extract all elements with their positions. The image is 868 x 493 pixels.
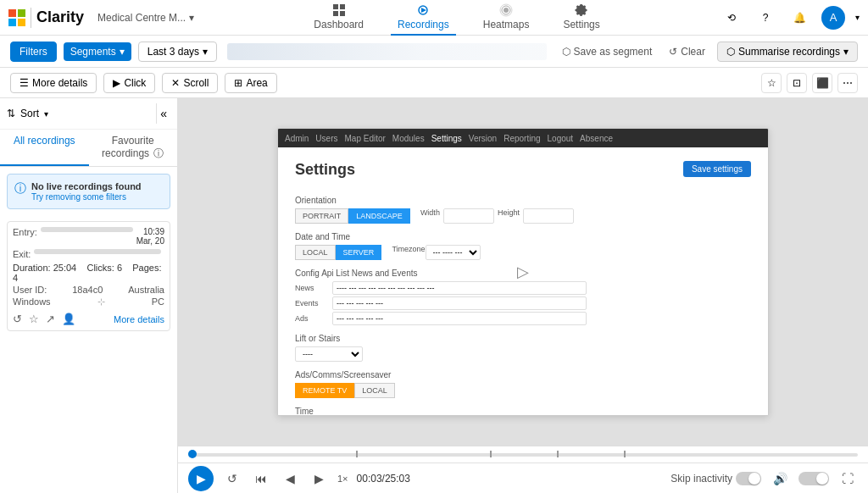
nav-users[interactable]: Users — [315, 134, 337, 143]
nav-map-editor[interactable]: Map Editor — [344, 134, 385, 143]
datetime-label: Date and Time — [295, 232, 751, 241]
mouse-cursor-icon: ⊹ — [97, 296, 105, 307]
summarise-chevron-icon: ▾ — [843, 46, 849, 58]
download-button[interactable]: ⬛ — [812, 73, 832, 93]
server-button[interactable]: SERVER — [336, 245, 382, 260]
nav-dashboard[interactable]: Dashboard — [307, 0, 370, 36]
sort-label[interactable]: Sort — [20, 108, 39, 119]
nav-absence[interactable]: Absence — [580, 134, 613, 143]
nav-recordings[interactable]: Recordings — [391, 0, 456, 36]
save-segment-icon: ⬡ — [562, 46, 570, 58]
tab-all-recordings[interactable]: All recordings — [0, 130, 89, 166]
skip-inactivity-label: Skip inactivity — [670, 473, 732, 485]
more-options-button[interactable]: ⋯ — [837, 73, 858, 93]
entry-time-value: 10:39 — [136, 227, 164, 236]
landscape-button[interactable]: LANDSCAPE — [348, 208, 410, 224]
scroll-tool-button[interactable]: ✕ Scroll — [162, 73, 218, 93]
ads-combo-toggle: REMOTE TV LOCAL — [295, 383, 751, 398]
play-button[interactable]: ▶ — [188, 466, 214, 491]
user-avatar[interactable]: A — [821, 6, 845, 30]
events-input[interactable] — [332, 296, 587, 310]
local-button[interactable]: LOCAL — [295, 245, 336, 260]
segments-button[interactable]: Segments ▾ — [64, 42, 131, 61]
click-tool-button[interactable]: ▶ Click — [103, 73, 155, 93]
recordings-icon — [416, 3, 430, 17]
share-recording-button[interactable]: ⊡ — [787, 73, 807, 93]
banner-subtitle[interactable]: Try removing some filters — [31, 192, 126, 202]
volume-toggle[interactable] — [798, 472, 829, 485]
area-icon: ⊞ — [234, 77, 242, 89]
summarise-label: Summarise recordings — [738, 46, 840, 58]
nav-heatmaps[interactable]: Heatmaps — [476, 0, 537, 36]
lift-stairs-select[interactable]: ---- — [295, 346, 363, 362]
settings-header: Settings Save settings — [295, 161, 751, 189]
filters-button[interactable]: Filters — [10, 42, 57, 62]
user-entry-icon[interactable]: 👤 — [62, 313, 75, 325]
nav-logout[interactable]: Logout — [548, 134, 574, 143]
orientation-toggle: PORTRAIT LANDSCAPE Width Height — [295, 208, 751, 224]
lift-stairs-section: Lift or Stairs ---- — [295, 334, 751, 362]
more-details-button[interactable]: ☰ More details — [10, 73, 97, 93]
nav-modules[interactable]: Modules — [392, 134, 425, 143]
dashboard-icon — [332, 3, 346, 17]
timezone-select[interactable]: --- ---- --- — [426, 245, 481, 260]
nav-version[interactable]: Version — [469, 134, 497, 143]
nav-divider — [31, 8, 31, 28]
nav-settings-active[interactable]: Settings — [431, 134, 462, 143]
save-settings-button[interactable]: Save settings — [683, 161, 751, 177]
star-button[interactable]: ☆ — [761, 73, 782, 93]
microsoft-logo-icon — [8, 9, 25, 26]
replay-control-button[interactable]: ↺ — [222, 468, 242, 489]
date-filter-button[interactable]: Last 3 days ▾ — [138, 42, 217, 62]
volume-button[interactable]: 🔊 — [770, 468, 790, 489]
favourite-info-icon: ⓘ — [153, 147, 164, 159]
height-input[interactable] — [523, 208, 574, 224]
avatar-chevron-icon[interactable]: ▾ — [855, 13, 860, 22]
fullscreen-button[interactable]: ⛶ — [837, 468, 858, 489]
no-live-banner: ⓘ No live recordings found Try removing … — [7, 174, 170, 209]
step-back-button[interactable]: ◀ — [280, 468, 300, 489]
help-button[interactable]: ? — [754, 6, 777, 30]
notifications-button[interactable]: 🔔 — [787, 6, 811, 30]
remote-tv-button[interactable]: REMOTE TV — [295, 383, 354, 398]
more-details-link[interactable]: More details — [114, 314, 164, 324]
browser-content: Settings Save settings Orientation PORTR… — [278, 147, 768, 416]
svg-rect-7 — [340, 11, 345, 16]
settings-title: Settings — [295, 161, 355, 179]
width-input[interactable] — [443, 208, 494, 224]
area-tool-button[interactable]: ⊞ Area — [225, 73, 276, 93]
entry-header: Entry: 10:39 Mar, 20 — [13, 227, 164, 246]
summarise-button[interactable]: ⬡ Summarise recordings ▾ — [717, 42, 858, 62]
save-segment-button[interactable]: ⬡ Save as segment — [557, 42, 658, 61]
local-ads-button[interactable]: LOCAL — [354, 383, 395, 398]
speed-control[interactable]: 1× — [337, 474, 348, 484]
clear-button[interactable]: ↺ Clear — [664, 42, 710, 61]
ads-input[interactable] — [332, 312, 587, 325]
country-value: Australia — [128, 285, 164, 295]
banner-text: No live recordings found Try removing so… — [31, 181, 142, 202]
entry-bar — [41, 227, 133, 232]
step-forward-button[interactable]: ▶ — [309, 468, 329, 489]
skip-inactivity-toggle[interactable] — [736, 472, 761, 485]
timeline-thumb[interactable] — [188, 450, 197, 458]
nav-reporting[interactable]: Reporting — [504, 134, 540, 143]
tab-favourite-recordings[interactable]: Favourite recordings ⓘ — [89, 130, 178, 166]
share-entry-icon[interactable]: ↗ — [46, 313, 55, 325]
banner-info-icon: ⓘ — [14, 181, 26, 202]
news-input[interactable] — [332, 281, 587, 295]
timeline-track[interactable] — [188, 453, 858, 457]
width-label: Width — [420, 208, 440, 224]
star-entry-icon[interactable]: ☆ — [29, 313, 39, 325]
nav-heatmaps-label: Heatmaps — [483, 19, 530, 30]
portrait-button[interactable]: PORTRAIT — [295, 208, 348, 224]
replay-icon[interactable]: ↺ — [13, 313, 22, 325]
nav-admin[interactable]: Admin — [285, 134, 309, 143]
site-selector[interactable]: Medical Centre M... ▾ — [97, 12, 194, 24]
duration-value: 25:04 — [53, 263, 77, 273]
share-button[interactable]: ⟲ — [720, 6, 743, 30]
user-id-value: 18a4c0 — [72, 285, 103, 295]
svg-rect-5 — [340, 4, 345, 9]
nav-settings[interactable]: Settings — [556, 0, 606, 36]
collapse-button[interactable]: « — [156, 103, 170, 124]
rewind-button[interactable]: ⏮ — [251, 468, 271, 489]
